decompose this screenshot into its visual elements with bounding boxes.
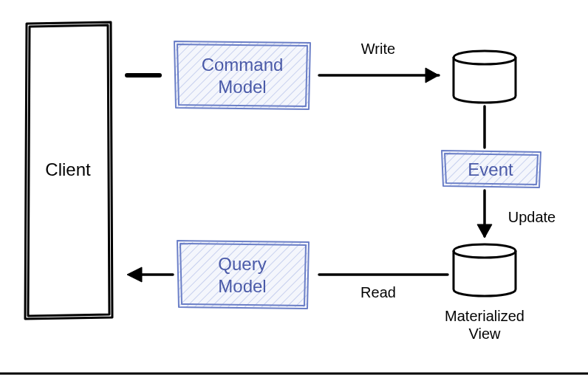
write-label: Write bbox=[361, 41, 395, 57]
node-read-db: Materialized View bbox=[445, 244, 524, 342]
node-command-model: Command Model bbox=[174, 41, 310, 109]
svg-marker-14 bbox=[127, 267, 142, 282]
edge-command-to-writedb: Write bbox=[319, 41, 439, 83]
svg-marker-8 bbox=[425, 68, 439, 83]
svg-marker-11 bbox=[477, 224, 492, 238]
edge-query-to-client bbox=[127, 267, 173, 282]
client-label: Client bbox=[45, 159, 91, 179]
event-label: Event bbox=[468, 159, 513, 179]
node-event: Event bbox=[442, 151, 541, 188]
read-db-caption-2: View bbox=[469, 326, 502, 342]
svg-rect-4 bbox=[179, 242, 307, 307]
command-model-label-1: Command bbox=[202, 55, 284, 75]
edge-readdb-to-query: Read bbox=[319, 275, 448, 300]
command-model-label-2: Model bbox=[218, 77, 266, 97]
read-db-caption-1: Materialized bbox=[445, 308, 524, 324]
svg-rect-3 bbox=[176, 43, 309, 108]
query-model-label-2: Model bbox=[218, 276, 266, 296]
query-model-label-1: Query bbox=[218, 254, 266, 274]
update-label: Update bbox=[508, 209, 556, 225]
node-query-model: Query Model bbox=[177, 241, 309, 309]
edge-event-to-readdb: Update bbox=[477, 190, 555, 238]
read-label: Read bbox=[360, 284, 396, 300]
node-client: Client bbox=[25, 22, 112, 319]
node-write-db bbox=[454, 51, 516, 103]
